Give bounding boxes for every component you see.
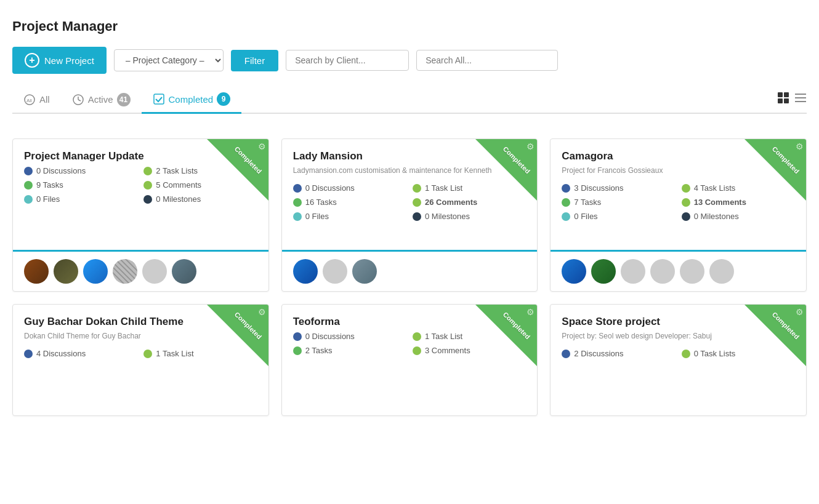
- stat-comments: 13 Comments: [682, 198, 795, 207]
- dot-comments: [682, 198, 690, 207]
- tab-completed[interactable]: Completed 9: [142, 86, 242, 114]
- project-card-manager-update: Completed ⚙ Project Manager Update 0 Dis…: [12, 138, 269, 292]
- stat-comments: 3 Comments: [413, 346, 526, 355]
- tab-all[interactable]: All All: [12, 87, 61, 112]
- stats-grid: 0 Discussions 1 Task List 2 Tasks 3 Comm…: [293, 332, 526, 355]
- toolbar: + New Project – Project Category – Filte…: [12, 47, 807, 74]
- project-card-camagora: Completed ⚙ Camagora Project for Francoi…: [550, 138, 807, 292]
- card-subtitle: Dokan Child Theme for Guy Bachar: [24, 332, 257, 340]
- dot-milestones: [143, 195, 152, 204]
- ribbon-gear: ⚙: [526, 142, 535, 151]
- dot-files: [24, 195, 33, 204]
- projects-grid: Completed ⚙ Project Manager Update 0 Dis…: [12, 138, 807, 416]
- new-project-button[interactable]: + New Project: [12, 47, 107, 74]
- card-subtitle: Ladymansion.com customisation & maintena…: [293, 166, 526, 175]
- dot-tasklists: [682, 350, 690, 358]
- dot-tasklists: [143, 167, 152, 175]
- project-card-space-store: Completed ⚙ Space Store project Project …: [550, 304, 807, 416]
- stat-comments: 26 Comments: [413, 198, 526, 207]
- svg-rect-7: [784, 92, 789, 97]
- svg-rect-8: [778, 98, 783, 103]
- card-body: Completed ⚙ Project Manager Update 0 Dis…: [13, 139, 268, 250]
- plus-icon: +: [25, 53, 39, 68]
- dot-discussions: [24, 167, 33, 175]
- svg-rect-10: [795, 94, 806, 95]
- card-title: Teoforma: [293, 316, 526, 328]
- avatar-1: [24, 259, 49, 284]
- dot-discussions: [293, 332, 302, 341]
- dot-tasks: [562, 198, 570, 207]
- dot-tasklist: [413, 332, 421, 341]
- active-badge: 41: [117, 93, 131, 106]
- dot-tasklist: [143, 350, 152, 358]
- avatar-5: [172, 259, 196, 284]
- ribbon-gear: ⚙: [796, 142, 804, 151]
- check-icon: [153, 93, 165, 105]
- card-footer: [13, 250, 268, 291]
- stat-tasks: 7 Tasks: [562, 198, 675, 207]
- view-controls: [777, 92, 807, 107]
- tab-all-label: All: [39, 94, 50, 105]
- search-client-input[interactable]: [286, 50, 409, 71]
- dot-tasks: [293, 198, 302, 207]
- tabs-bar: All All Active 41 Complete: [12, 86, 807, 114]
- search-all-input[interactable]: [416, 50, 558, 71]
- card-body: Completed ⚙ Space Store project Project …: [551, 305, 806, 415]
- list-view-icon[interactable]: [794, 92, 807, 107]
- dot-files: [293, 212, 302, 221]
- avatar-2: [591, 259, 616, 284]
- dot-tasklist: [413, 184, 421, 193]
- dot-discussions: [562, 350, 570, 358]
- svg-rect-5: [154, 94, 164, 104]
- dot-discussions: [562, 184, 570, 193]
- avatar-placeholder-4: [709, 259, 734, 284]
- dot-discussions: [293, 184, 302, 193]
- stats-grid: 0 Discussions 1 Task List 16 Tasks 26 Co…: [293, 183, 526, 221]
- stats-grid: 0 Discussions 2 Task Lists 9 Tasks 5 Com…: [24, 166, 257, 204]
- stat-files: 0 Files: [293, 212, 406, 221]
- svg-line-4: [78, 100, 81, 101]
- grid-view-icon[interactable]: [777, 92, 789, 107]
- category-select[interactable]: – Project Category –: [114, 49, 224, 71]
- stat-discussions: 0 Discussions: [293, 332, 406, 341]
- avatar-placeholder-1: [323, 259, 347, 284]
- tab-active[interactable]: Active 41: [61, 87, 142, 113]
- stat-tasklist: 1 Task List: [413, 183, 526, 193]
- stat-discussions: 3 Discussions: [562, 183, 675, 193]
- avatar-1: [562, 259, 586, 284]
- dot-comments: [143, 181, 152, 190]
- svg-rect-12: [795, 101, 806, 102]
- ribbon-gear: ⚙: [258, 142, 266, 151]
- card-body: Completed ⚙ Lady Mansion Ladymansion.com…: [282, 139, 538, 250]
- project-card-lady-mansion: Completed ⚙ Lady Mansion Ladymansion.com…: [281, 138, 538, 292]
- dot-comments: [413, 198, 421, 207]
- dot-milestones: [413, 212, 421, 221]
- stat-discussions: 4 Discussions: [24, 349, 137, 358]
- stat-milestones: 0 Milestones: [682, 212, 795, 221]
- avatar-2: [352, 259, 377, 284]
- dot-tasklists: [682, 184, 690, 193]
- stat-comments: 5 Comments: [143, 180, 257, 190]
- stats-grid: 4 Discussions 1 Task List: [24, 349, 257, 358]
- dot-tasks: [24, 181, 33, 190]
- dot-tasks: [293, 346, 302, 355]
- dot-milestones: [682, 212, 690, 221]
- card-body: Completed ⚙ Camagora Project for Francoi…: [551, 139, 806, 250]
- stats-grid: 3 Discussions 4 Task Lists 7 Tasks 13 Co…: [562, 183, 795, 221]
- dot-discussions: [24, 350, 33, 358]
- stat-tasklists: 2 Task Lists: [143, 166, 257, 175]
- stat-tasklist: 1 Task List: [413, 332, 526, 341]
- filter-button[interactable]: Filter: [231, 50, 278, 71]
- completed-badge: 9: [217, 92, 230, 106]
- project-card-guy-bachar: Completed ⚙ Guy Bachar Dokan Child Theme…: [12, 304, 269, 416]
- dot-comments: [413, 346, 421, 355]
- stat-tasks: 9 Tasks: [24, 180, 137, 190]
- card-title: Project Manager Update: [24, 150, 257, 162]
- clock-icon: [72, 94, 84, 106]
- tab-completed-label: Completed: [169, 94, 214, 105]
- stat-tasklists: 4 Task Lists: [682, 183, 795, 193]
- svg-text:All: All: [26, 98, 32, 103]
- new-project-label: New Project: [44, 55, 94, 66]
- tab-active-label: Active: [88, 94, 113, 105]
- avatar-1: [293, 259, 318, 284]
